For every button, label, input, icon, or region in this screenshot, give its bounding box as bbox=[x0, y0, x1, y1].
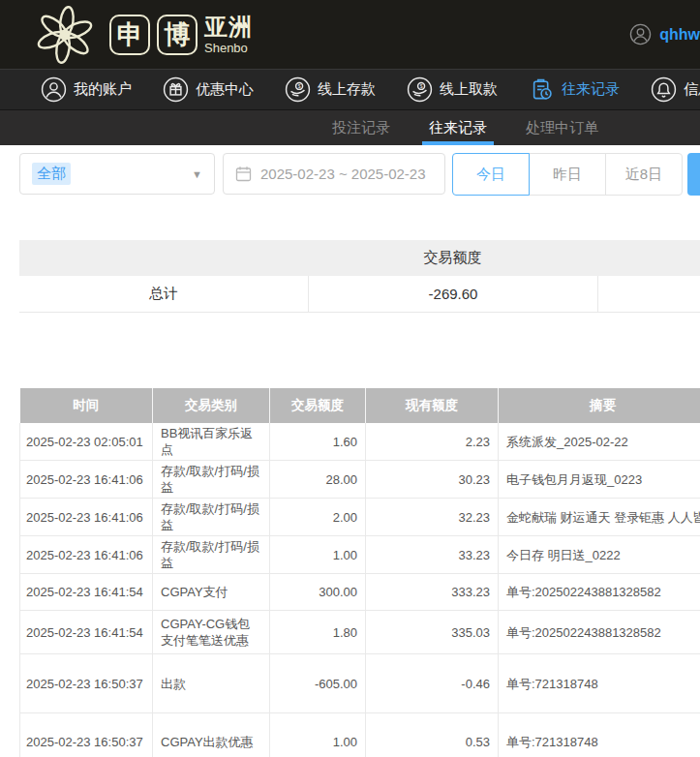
table-row: 2025-02-23 16:41:06 存款/取款/打码/损益 2.00 32.… bbox=[20, 499, 700, 536]
summary-total-row: 总计 -269.60 bbox=[19, 276, 700, 313]
table-header-row: 时间 交易类别 交易额度 现有额度 摘要 bbox=[20, 388, 700, 423]
tab-betting-records[interactable]: 投注记录 bbox=[325, 110, 397, 145]
cell-amount: -605.00 bbox=[270, 654, 366, 713]
cell-balance: 333.23 bbox=[366, 574, 499, 611]
date-range-value: 2025-02-23 ~ 2025-02-23 bbox=[260, 166, 426, 182]
button-label: 昨日 bbox=[553, 166, 582, 184]
cell-time: 2025-02-23 16:50:37 bbox=[20, 713, 153, 757]
brand-char-bo: 博 bbox=[157, 15, 198, 55]
clipboard-clock-icon bbox=[529, 76, 555, 103]
cell-note: 电子钱包月月返现_0223 bbox=[499, 461, 700, 499]
cell-amount: 1.60 bbox=[270, 423, 366, 461]
col-balance: 现有额度 bbox=[366, 388, 499, 423]
cell-amount: 28.00 bbox=[270, 461, 366, 499]
cell-note: 单号:202502243881328582 bbox=[499, 611, 700, 654]
table-row: 2025-02-23 16:41:06 存款/取款/打码/损益 28.00 30… bbox=[20, 461, 700, 499]
cell-amount: 1.00 bbox=[270, 713, 366, 757]
cell-balance: 335.03 bbox=[366, 611, 499, 654]
button-label: 近8日 bbox=[625, 166, 662, 184]
col-amount: 交易额度 bbox=[270, 388, 366, 423]
tab-label: 投注记录 bbox=[332, 119, 390, 137]
cell-balance: 0.53 bbox=[366, 713, 499, 757]
table-row: 2025-02-23 02:05:01 BB视讯百家乐返点 1.60 2.23 … bbox=[20, 423, 700, 461]
quick-range-group: 今日 昨日 近8日 bbox=[452, 153, 683, 196]
cell-balance: 32.23 bbox=[366, 499, 499, 536]
nav-label: 优惠中心 bbox=[196, 80, 254, 99]
nav-label: 我的账户 bbox=[74, 80, 132, 99]
cell-type: 存款/取款/打码/损益 bbox=[153, 499, 270, 536]
nav-item-promotions[interactable]: 优惠中心 bbox=[163, 76, 254, 103]
records-table: 时间 交易类别 交易额度 现有额度 摘要 2025-02-23 02:05:01… bbox=[19, 388, 700, 757]
top-header: 申 博 亚洲 Shenbo qhhw bbox=[0, 0, 700, 69]
cell-time: 2025-02-23 16:41:06 bbox=[20, 536, 153, 574]
type-dropdown-value: 全部 bbox=[32, 163, 71, 185]
cell-type: CGPAY出款优惠 bbox=[153, 713, 270, 757]
nav-label: 信息 bbox=[684, 80, 700, 99]
bell-icon bbox=[651, 76, 677, 103]
record-tabs: 投注记录 往来记录 处理中订单 bbox=[0, 110, 700, 145]
main-nav: 我的账户 优惠中心 $ 线上存款 $ 线上取款 bbox=[0, 69, 700, 110]
col-type: 交易类别 bbox=[153, 388, 270, 423]
nav-item-withdraw[interactable]: $ 线上取款 bbox=[407, 76, 498, 103]
user-circle-icon bbox=[41, 76, 67, 103]
nav-label: 往来记录 bbox=[562, 80, 620, 99]
summary-header-amount: 交易额度 bbox=[308, 249, 597, 267]
brand-logo[interactable]: 申 博 亚洲 Shenbo bbox=[27, 4, 253, 66]
avatar-icon bbox=[629, 23, 652, 45]
date-range-input[interactable]: 2025-02-23 ~ 2025-02-23 bbox=[223, 153, 445, 195]
filter-bar: 全部 ▼ 2025-02-23 ~ 2025-02-23 今日 昨日 近8日 bbox=[0, 153, 700, 196]
table-row: 2025-02-23 16:41:06 存款/取款/打码/损益 1.00 33.… bbox=[20, 536, 700, 574]
summary-total-value: -269.60 bbox=[308, 276, 597, 312]
type-dropdown[interactable]: 全部 ▼ bbox=[19, 153, 215, 195]
brand-region: 亚洲 bbox=[204, 15, 253, 39]
cell-time: 2025-02-23 16:41:06 bbox=[20, 499, 153, 536]
hand-coin-icon: $ bbox=[407, 76, 433, 103]
last-8-days-button[interactable]: 近8日 bbox=[605, 153, 683, 196]
summary-table: 交易额度 总计 -269.60 bbox=[19, 240, 700, 313]
cell-type: BB视讯百家乐返点 bbox=[153, 423, 270, 461]
nav-item-messages[interactable]: 信息 bbox=[651, 76, 700, 103]
tab-label: 处理中订单 bbox=[526, 119, 598, 137]
table-row: 2025-02-23 16:41:54 CGPAY-CG钱包支付笔笔送优惠 1.… bbox=[20, 611, 700, 654]
yesterday-button[interactable]: 昨日 bbox=[529, 153, 606, 196]
nav-item-transaction-records[interactable]: 往来记录 bbox=[529, 76, 620, 103]
cell-note: 金蛇献瑞 财运通天 登录钜惠 人人皆享 bbox=[499, 499, 700, 536]
cell-amount: 300.00 bbox=[270, 574, 366, 611]
calendar-icon bbox=[235, 166, 252, 182]
cell-type: 存款/取款/打码/损益 bbox=[153, 536, 270, 574]
table-row: 2025-02-23 16:50:37 CGPAY出款优惠 1.00 0.53 … bbox=[20, 713, 700, 757]
cell-time: 2025-02-23 16:41:54 bbox=[20, 574, 153, 611]
cell-note: 今日存 明日送_0222 bbox=[499, 536, 700, 574]
cell-time: 2025-02-23 16:41:54 bbox=[20, 611, 153, 654]
nav-label: 线上取款 bbox=[440, 80, 498, 99]
svg-text:$: $ bbox=[420, 83, 423, 89]
cell-time: 2025-02-23 16:41:06 bbox=[20, 461, 153, 499]
cell-note: 单号:721318748 bbox=[499, 654, 700, 713]
username[interactable]: qhhw bbox=[659, 26, 700, 44]
summary-header-row: 交易额度 bbox=[19, 240, 700, 276]
tab-pending-orders[interactable]: 处理中订单 bbox=[519, 110, 605, 145]
cell-type: CGPAY-CG钱包支付笔笔送优惠 bbox=[153, 611, 270, 654]
chevron-down-icon: ▼ bbox=[192, 168, 202, 180]
search-button-clipped[interactable] bbox=[687, 153, 700, 196]
nav-item-deposit[interactable]: $ 线上存款 bbox=[285, 76, 376, 103]
cell-balance: 30.23 bbox=[366, 461, 499, 499]
brand-text: 亚洲 Shenbo bbox=[204, 15, 253, 54]
tab-label: 往来记录 bbox=[429, 119, 487, 137]
cell-type: CGPAY支付 bbox=[153, 574, 270, 611]
cell-amount: 1.80 bbox=[270, 611, 366, 654]
cell-balance: 33.23 bbox=[366, 536, 499, 574]
nav-item-my-account[interactable]: 我的账户 bbox=[41, 76, 132, 103]
cell-type: 出款 bbox=[153, 654, 270, 713]
cell-amount: 2.00 bbox=[270, 499, 366, 536]
gift-icon bbox=[163, 76, 189, 103]
account-area[interactable]: qhhw bbox=[629, 23, 700, 45]
table-row: 2025-02-23 16:41:54 CGPAY支付 300.00 333.2… bbox=[20, 574, 700, 611]
cell-balance: -0.46 bbox=[366, 654, 499, 713]
flower-logo-icon bbox=[27, 4, 103, 66]
cell-amount: 1.00 bbox=[270, 536, 366, 574]
cell-balance: 2.23 bbox=[366, 423, 499, 461]
today-button[interactable]: 今日 bbox=[452, 153, 530, 196]
svg-text:$: $ bbox=[298, 83, 301, 89]
tab-transaction-records[interactable]: 往来记录 bbox=[422, 110, 494, 145]
